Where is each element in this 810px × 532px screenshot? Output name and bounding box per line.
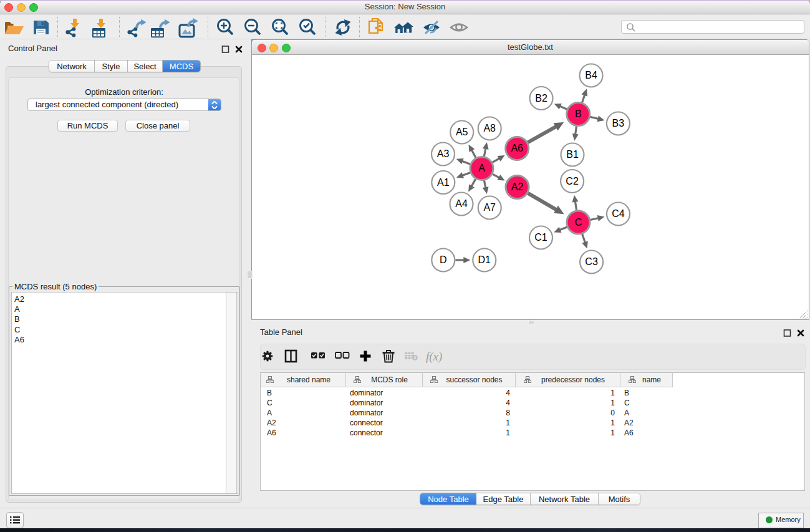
- svg-text:B1: B1: [566, 149, 579, 160]
- svg-text:B4: B4: [585, 70, 597, 80]
- svg-text:B2: B2: [535, 93, 547, 104]
- svg-text:D1: D1: [478, 254, 491, 265]
- svg-text:C: C: [575, 217, 582, 228]
- svg-text:A: A: [478, 163, 485, 173]
- svg-text:A4: A4: [455, 198, 468, 209]
- svg-text:C1: C1: [534, 232, 547, 243]
- svg-text:A5: A5: [456, 127, 468, 137]
- svg-text:A8: A8: [483, 123, 496, 133]
- svg-text:B3: B3: [612, 118, 625, 128]
- svg-text:A2: A2: [511, 181, 524, 192]
- svg-text:C4: C4: [612, 208, 625, 219]
- svg-text:A1: A1: [437, 177, 450, 188]
- svg-text:A7: A7: [483, 202, 496, 213]
- svg-text:A3: A3: [437, 148, 450, 159]
- svg-text:A6: A6: [511, 143, 523, 153]
- svg-text:C2: C2: [566, 176, 579, 186]
- svg-text:f(x): f(x): [426, 350, 442, 364]
- svg-text:C3: C3: [585, 256, 598, 267]
- svg-text:D: D: [440, 254, 447, 265]
- svg-text:B: B: [575, 109, 582, 119]
